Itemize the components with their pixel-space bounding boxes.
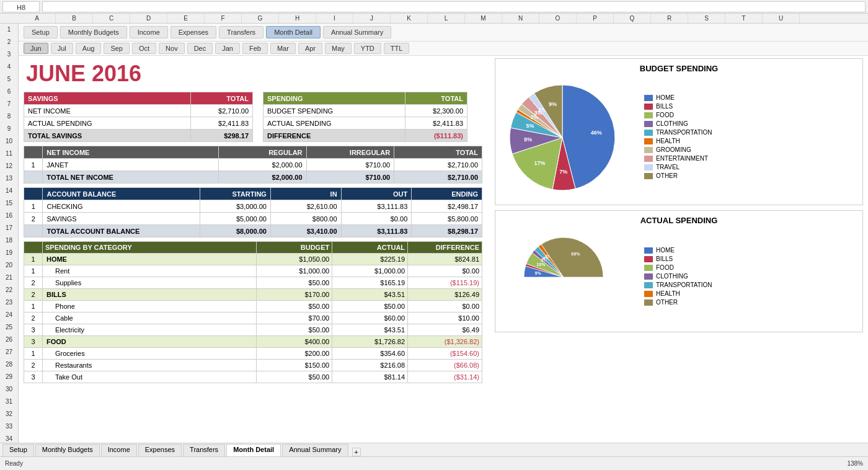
transfers-btn[interactable]: Transfers [219,26,264,38]
ab-out-header: OUT [341,188,412,200]
ni-num-header [24,146,43,159]
sbc-budget-3: $170.00 [257,289,332,301]
transfers-tab[interactable]: Transfers [183,444,225,456]
sbc-diff-0: $824.81 [408,254,482,265]
sbc-diff-5: $10.00 [408,313,482,324]
sbc-diff-6: $6.49 [408,324,482,336]
col-header-f: F [205,14,242,23]
sbc-budget-header: BUDGET [257,242,332,254]
expenses-btn[interactable]: Expenses [170,26,216,38]
mar-btn[interactable]: Mar [270,43,296,54]
janet-total: $2,710.00 [394,159,482,171]
sbc-diff-4: $0.00 [408,301,482,313]
actual-legend-color-transportation [644,282,653,288]
savings-starting: $5,000.00 [200,213,271,225]
spending-label: SPENDING [264,92,405,105]
sbc-actual-0: $225.19 [332,254,408,265]
net-income-section: NET INCOME REGULAR IRREGULAR TOTAL 1 JAN… [24,146,485,184]
sep-btn[interactable]: Sep [104,43,130,54]
budget-chart: BUDGET SPENDING 46%7%17%8%5%2%3%2%9% HOM… [495,58,863,205]
svg-text:69%: 69% [571,251,580,257]
spending-table: SPENDING TOTAL BUDGET SPENDING $2,300.00… [263,92,467,142]
savings-out: $0.00 [341,213,412,225]
col-header-d: D [130,14,167,23]
jan-btn[interactable]: Jan [215,43,240,54]
budget-legend-label-home: HOME [656,94,675,101]
budget-legend-item-home: HOME [644,94,712,101]
actual-legend-label-clothing: CLOTHING [656,273,688,280]
budget-chart-inner: 46%7%17%8%5%2%3%2%9% HOMEBILLSFOODCLOTHI… [500,76,857,200]
checking-starting: $3,000.00 [200,200,271,213]
row-num-5: 5 [0,73,18,86]
col-header-a: A [19,14,56,23]
actual-legend-label-bills: BILLS [656,255,673,262]
sheet-area: Setup Monthly Budgets Income Expenses Tr… [19,24,868,443]
left-panel: JUNE 2016 SAVINGS TOTAL NET INCOME $2,71… [19,56,490,443]
month-detail-tab[interactable]: Month Detail [226,444,281,456]
sbc-budget-4: $50.00 [257,301,332,313]
budget-legend-color-travel [644,164,653,171]
cell-reference[interactable]: H8 [2,1,40,12]
income-btn[interactable]: Income [130,26,168,38]
sbc-actual-10: $81.14 [332,371,408,383]
bottom-tabs: Setup Monthly Budgets Income Expenses Tr… [0,443,868,456]
jun-btn[interactable]: Jun [24,43,48,54]
sbc-row-4: 1Phone$50.00$50.00$0.00 [24,301,482,313]
monthly-budgets-btn[interactable]: Monthly Budgets [60,26,127,38]
actual-spending-row2: ACTUAL SPENDING $2,411.83 [264,117,467,130]
ttl-btn[interactable]: TTL [384,43,410,54]
sbc-budget-0: $1,050.00 [257,254,332,265]
annual-summary-btn[interactable]: Annual Summary [323,26,391,38]
col-header-q: Q [614,14,651,23]
sbc-num-10: 3 [24,371,43,383]
actual-legend-color-home [644,247,653,254]
sbc-num-2: 2 [24,277,43,289]
zoom-level: 138% [847,460,863,467]
feb-btn[interactable]: Feb [242,43,268,54]
row-num-20: 20 [0,259,18,272]
annual-summary-tab[interactable]: Annual Summary [282,444,348,456]
ab-starting-header: STARTING [200,188,271,200]
apr-btn[interactable]: Apr [298,43,322,54]
monthly-budgets-tab[interactable]: Monthly Budgets [35,444,100,456]
ab-name-header: ACCOUNT BALANCE [43,188,200,200]
row-num-33: 33 [0,420,18,433]
row-num-24: 24 [0,309,18,321]
income-tab[interactable]: Income [101,444,137,456]
net-income-header-row: NET INCOME REGULAR IRREGULAR TOTAL [24,146,482,159]
total-ab-ending: $8,298.17 [412,225,482,237]
spending-total-header: TOTAL [405,92,467,105]
row-num-30: 30 [0,383,18,396]
budget-legend-color-bills [644,104,653,110]
actual-spending-label2: ACTUAL SPENDING [264,117,405,130]
nov-btn[interactable]: Nov [159,43,185,54]
budget-spending-value: $2,300.00 [405,105,467,117]
actual-spending-row: ACTUAL SPENDING $2,411.83 [24,117,253,130]
setup-tab[interactable]: Setup [2,444,34,456]
expenses-tab[interactable]: Expenses [138,444,182,456]
sbc-actual-7: $1,726.82 [332,336,408,348]
month-detail-btn[interactable]: Month Detail [266,26,321,38]
formula-input[interactable] [42,1,866,12]
setup-btn[interactable]: Setup [24,26,58,38]
ytd-btn[interactable]: YTD [354,43,381,54]
actual-legend-label-other: OTHER [656,299,678,306]
aug-btn[interactable]: Aug [76,43,102,54]
row-num-21: 21 [0,272,18,284]
budget-legend-label-grooming: GROOMING [656,146,691,153]
actual-legend-color-other [644,299,653,306]
may-btn[interactable]: May [325,43,352,54]
sbc-cat-6: Electricity [42,324,256,336]
jul-btn[interactable]: Jul [51,43,73,54]
oct-btn[interactable]: Oct [132,43,156,54]
actual-legend-item-health: HEALTH [644,290,712,297]
dec-btn[interactable]: Dec [187,43,213,54]
budget-legend-item-food: FOOD [644,112,712,118]
sbc-cat-1: Rent [42,265,256,277]
actual-legend-item-clothing: CLOTHING [644,273,712,280]
actual-legend-item-transportation: TRANSPORTATION [644,282,712,288]
sbc-cat-2: Supplies [42,277,256,289]
budget-legend-label-other: OTHER [656,172,678,179]
total-savings-label: TOTAL SAVINGS [24,130,191,142]
add-sheet-btn[interactable]: + [352,448,361,456]
